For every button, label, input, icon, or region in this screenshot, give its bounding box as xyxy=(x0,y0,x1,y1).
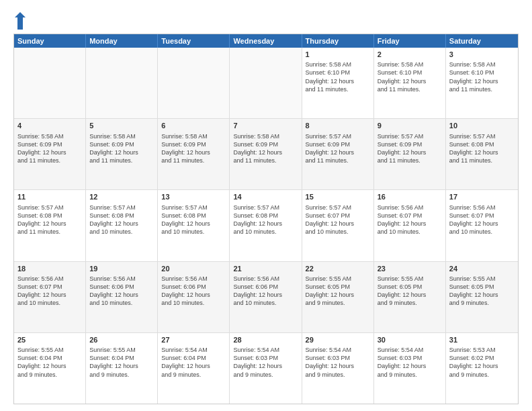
weekday-header: Sunday xyxy=(14,34,86,48)
day-cell: 16Sunrise: 5:56 AM Sunset: 6:07 PM Dayli… xyxy=(374,190,446,261)
day-info: Sunrise: 5:56 AM Sunset: 6:06 PM Dayligh… xyxy=(161,275,226,308)
day-cell: 2Sunrise: 5:58 AM Sunset: 6:10 PM Daylig… xyxy=(374,48,446,118)
day-cell: 4Sunrise: 5:58 AM Sunset: 6:09 PM Daylig… xyxy=(14,119,86,189)
day-cell: 27Sunrise: 5:54 AM Sunset: 6:04 PM Dayli… xyxy=(158,333,230,404)
day-cell: 26Sunrise: 5:55 AM Sunset: 6:04 PM Dayli… xyxy=(86,333,158,404)
day-info: Sunrise: 5:54 AM Sunset: 6:03 PM Dayligh… xyxy=(306,346,370,379)
day-number: 30 xyxy=(378,335,442,345)
day-number: 26 xyxy=(89,335,154,345)
calendar-row: 4Sunrise: 5:58 AM Sunset: 6:09 PM Daylig… xyxy=(14,118,518,189)
day-number: 18 xyxy=(17,264,82,273)
day-cell: 13Sunrise: 5:57 AM Sunset: 6:08 PM Dayli… xyxy=(158,190,230,261)
day-cell: 7Sunrise: 5:58 AM Sunset: 6:09 PM Daylig… xyxy=(230,119,302,189)
day-cell: 3Sunrise: 5:58 AM Sunset: 6:10 PM Daylig… xyxy=(446,48,518,118)
calendar-body: 1Sunrise: 5:58 AM Sunset: 6:10 PM Daylig… xyxy=(14,48,518,404)
day-info: Sunrise: 5:57 AM Sunset: 6:09 PM Dayligh… xyxy=(306,132,370,165)
day-cell: 31Sunrise: 5:53 AM Sunset: 6:02 PM Dayli… xyxy=(446,333,518,404)
weekday-header: Thursday xyxy=(302,34,374,48)
day-cell: 5Sunrise: 5:58 AM Sunset: 6:09 PM Daylig… xyxy=(86,119,158,189)
day-number: 6 xyxy=(161,121,226,130)
day-info: Sunrise: 5:57 AM Sunset: 6:09 PM Dayligh… xyxy=(378,132,442,165)
day-info: Sunrise: 5:56 AM Sunset: 6:06 PM Dayligh… xyxy=(233,275,298,308)
day-number: 1 xyxy=(306,50,370,59)
day-number: 19 xyxy=(89,264,154,273)
day-info: Sunrise: 5:58 AM Sunset: 6:10 PM Dayligh… xyxy=(449,60,515,93)
weekday-header: Monday xyxy=(86,34,158,48)
day-info: Sunrise: 5:55 AM Sunset: 6:05 PM Dayligh… xyxy=(378,275,442,308)
day-info: Sunrise: 5:57 AM Sunset: 6:08 PM Dayligh… xyxy=(89,203,154,236)
day-number: 5 xyxy=(89,121,154,130)
day-info: Sunrise: 5:58 AM Sunset: 6:10 PM Dayligh… xyxy=(306,60,370,93)
day-cell: 8Sunrise: 5:57 AM Sunset: 6:09 PM Daylig… xyxy=(302,119,374,189)
day-info: Sunrise: 5:55 AM Sunset: 6:05 PM Dayligh… xyxy=(306,275,370,308)
day-number: 7 xyxy=(233,121,298,130)
empty-cell xyxy=(158,48,230,118)
day-number: 28 xyxy=(233,335,298,345)
day-info: Sunrise: 5:58 AM Sunset: 6:09 PM Dayligh… xyxy=(89,132,154,165)
day-number: 16 xyxy=(378,192,442,201)
day-info: Sunrise: 5:57 AM Sunset: 6:07 PM Dayligh… xyxy=(306,203,370,236)
day-number: 23 xyxy=(378,264,442,273)
day-number: 12 xyxy=(89,192,154,201)
empty-cell xyxy=(230,48,302,118)
day-info: Sunrise: 5:55 AM Sunset: 6:05 PM Dayligh… xyxy=(449,275,515,308)
day-info: Sunrise: 5:56 AM Sunset: 6:07 PM Dayligh… xyxy=(449,203,515,236)
calendar-header: SundayMondayTuesdayWednesdayThursdayFrid… xyxy=(14,34,518,48)
day-cell: 14Sunrise: 5:57 AM Sunset: 6:08 PM Dayli… xyxy=(230,190,302,261)
svg-marker-0 xyxy=(15,12,26,30)
day-cell: 9Sunrise: 5:57 AM Sunset: 6:09 PM Daylig… xyxy=(374,119,446,189)
day-info: Sunrise: 5:56 AM Sunset: 6:06 PM Dayligh… xyxy=(89,275,154,308)
weekday-header: Friday xyxy=(374,34,446,48)
day-number: 3 xyxy=(449,50,515,59)
day-info: Sunrise: 5:57 AM Sunset: 6:08 PM Dayligh… xyxy=(17,203,82,236)
day-info: Sunrise: 5:54 AM Sunset: 6:03 PM Dayligh… xyxy=(233,346,298,379)
day-cell: 6Sunrise: 5:58 AM Sunset: 6:09 PM Daylig… xyxy=(158,119,230,189)
day-number: 10 xyxy=(449,121,515,130)
calendar: SundayMondayTuesdayWednesdayThursdayFrid… xyxy=(13,34,519,404)
day-cell: 17Sunrise: 5:56 AM Sunset: 6:07 PM Dayli… xyxy=(446,190,518,261)
calendar-row: 11Sunrise: 5:57 AM Sunset: 6:08 PM Dayli… xyxy=(14,189,518,261)
day-number: 22 xyxy=(306,264,370,273)
calendar-row: 18Sunrise: 5:56 AM Sunset: 6:07 PM Dayli… xyxy=(14,261,518,332)
day-cell: 25Sunrise: 5:55 AM Sunset: 6:04 PM Dayli… xyxy=(14,333,86,404)
day-info: Sunrise: 5:53 AM Sunset: 6:02 PM Dayligh… xyxy=(449,346,515,379)
day-cell: 29Sunrise: 5:54 AM Sunset: 6:03 PM Dayli… xyxy=(302,333,374,404)
day-info: Sunrise: 5:54 AM Sunset: 6:04 PM Dayligh… xyxy=(161,346,226,379)
day-number: 4 xyxy=(17,121,82,130)
day-number: 25 xyxy=(17,335,82,345)
day-cell: 20Sunrise: 5:56 AM Sunset: 6:06 PM Dayli… xyxy=(158,262,230,332)
day-cell: 11Sunrise: 5:57 AM Sunset: 6:08 PM Dayli… xyxy=(14,190,86,261)
day-cell: 1Sunrise: 5:58 AM Sunset: 6:10 PM Daylig… xyxy=(302,48,374,118)
day-number: 17 xyxy=(449,192,515,201)
day-cell: 30Sunrise: 5:54 AM Sunset: 6:03 PM Dayli… xyxy=(374,333,446,404)
day-info: Sunrise: 5:57 AM Sunset: 6:08 PM Dayligh… xyxy=(449,132,515,165)
day-info: Sunrise: 5:55 AM Sunset: 6:04 PM Dayligh… xyxy=(89,346,154,379)
day-info: Sunrise: 5:58 AM Sunset: 6:09 PM Dayligh… xyxy=(233,132,298,165)
day-number: 21 xyxy=(233,264,298,273)
day-number: 9 xyxy=(378,121,442,130)
day-info: Sunrise: 5:58 AM Sunset: 6:09 PM Dayligh… xyxy=(161,132,226,165)
day-cell: 23Sunrise: 5:55 AM Sunset: 6:05 PM Dayli… xyxy=(374,262,446,332)
day-number: 2 xyxy=(378,50,442,59)
day-number: 27 xyxy=(161,335,226,345)
day-number: 8 xyxy=(306,121,370,130)
day-info: Sunrise: 5:58 AM Sunset: 6:09 PM Dayligh… xyxy=(17,132,82,165)
day-info: Sunrise: 5:56 AM Sunset: 6:07 PM Dayligh… xyxy=(378,203,442,236)
weekday-header: Tuesday xyxy=(158,34,230,48)
day-info: Sunrise: 5:55 AM Sunset: 6:04 PM Dayligh… xyxy=(17,346,82,379)
logo xyxy=(13,11,30,31)
day-info: Sunrise: 5:56 AM Sunset: 6:07 PM Dayligh… xyxy=(17,275,82,308)
empty-cell xyxy=(14,48,86,118)
day-number: 29 xyxy=(306,335,370,345)
day-number: 20 xyxy=(161,264,226,273)
page: SundayMondayTuesdayWednesdayThursdayFrid… xyxy=(0,0,532,411)
header xyxy=(13,11,519,31)
empty-cell xyxy=(86,48,158,118)
day-cell: 15Sunrise: 5:57 AM Sunset: 6:07 PM Dayli… xyxy=(302,190,374,261)
day-cell: 18Sunrise: 5:56 AM Sunset: 6:07 PM Dayli… xyxy=(14,262,86,332)
weekday-header: Wednesday xyxy=(230,34,302,48)
day-cell: 19Sunrise: 5:56 AM Sunset: 6:06 PM Dayli… xyxy=(86,262,158,332)
day-cell: 10Sunrise: 5:57 AM Sunset: 6:08 PM Dayli… xyxy=(446,119,518,189)
day-number: 15 xyxy=(306,192,370,201)
day-cell: 22Sunrise: 5:55 AM Sunset: 6:05 PM Dayli… xyxy=(302,262,374,332)
